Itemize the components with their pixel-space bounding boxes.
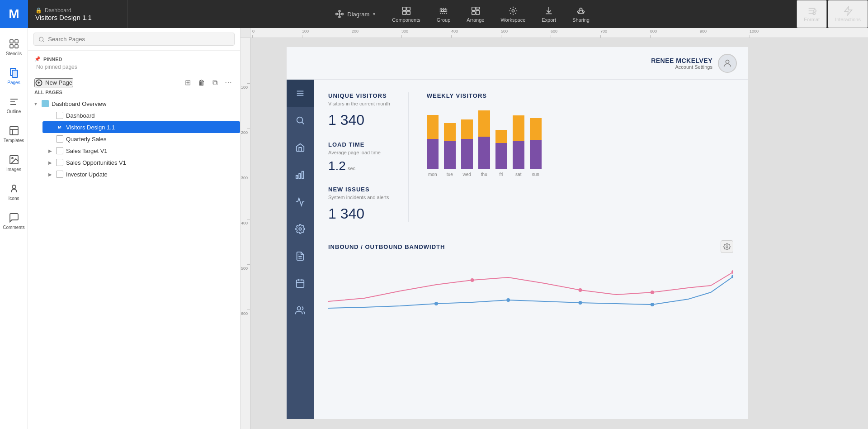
icons-label: Icons [9, 196, 19, 201]
dash-nav-file[interactable] [287, 243, 314, 270]
metrics-list: UNIQUE VISITORS Visitors in the current … [328, 92, 390, 222]
group-tool[interactable]: Group [429, 0, 459, 28]
new-page-label: New Page [45, 79, 72, 86]
svg-point-45 [726, 60, 729, 63]
sidebar-item-pages[interactable]: Pages [0, 62, 28, 91]
bar-label-thu: thu [481, 172, 487, 177]
bar-label-wed: wed [463, 172, 471, 177]
page-m-icon: M [56, 124, 63, 131]
folder-label: Dashboard Overview [52, 100, 106, 107]
templates-label: Templates [4, 138, 24, 143]
dash-nav-home[interactable] [287, 134, 314, 161]
bar-yellow-wed [461, 119, 473, 139]
more-options-button[interactable]: ⋯ [223, 77, 234, 88]
tree-item-dashboard-overview[interactable]: ▼ Dashboard Overview [28, 98, 240, 110]
sidebar-item-comments[interactable]: Comments [0, 206, 28, 235]
diagram-label: Diagram [347, 11, 369, 18]
svg-point-20 [583, 11, 585, 13]
outline-label: Outline [7, 109, 21, 114]
dashboard-main-content: UNIQUE VISITORS Visitors in the current … [314, 80, 748, 419]
tree-item-quarterly-sales[interactable]: Quarterly Sales [42, 133, 240, 145]
svg-point-64 [579, 288, 582, 292]
delete-page-button[interactable]: 🗑 [196, 77, 207, 88]
tree-item-investor-update[interactable]: ▶ Investor Update [42, 168, 240, 180]
ruler-v-mark-200: 200 [241, 130, 248, 135]
group-label: Group [437, 17, 451, 23]
bar-group-wed: wed [461, 119, 473, 177]
tree-item-visitors-design[interactable]: M Visitors Design 1.1 [42, 121, 240, 133]
dash-nav-gear[interactable] [287, 215, 314, 243]
ruler-h-mark-400: 400 [451, 29, 458, 33]
pages-icon [9, 67, 19, 78]
dash-nav-search[interactable] [287, 107, 314, 134]
svg-line-50 [302, 122, 304, 124]
dash-nav-users[interactable] [287, 297, 314, 324]
no-pinned-text: No pinned pages [34, 62, 234, 70]
metric-load-time: LOAD TIME Average page load time 1.2 sec [328, 141, 390, 173]
nav-chart-icon [295, 197, 305, 207]
pages-label: Pages [7, 80, 20, 85]
bar-group-mon: mon [427, 115, 439, 177]
sharing-icon [576, 6, 586, 16]
dash-nav-calendar[interactable] [287, 270, 314, 297]
sidebar-item-templates[interactable]: Templates [0, 119, 28, 148]
metrics-row: UNIQUE VISITORS Visitors in the current … [328, 92, 733, 222]
sidebar-item-stencils[interactable]: Stencils [0, 33, 28, 62]
diagram-tool[interactable]: Diagram ▼ [326, 0, 384, 28]
tree-item-sales-target[interactable]: ▶ Sales Target V1 [42, 145, 240, 157]
bar-purple-fri [495, 143, 507, 169]
dash-nav-analytics[interactable] [287, 161, 314, 188]
tree-item-dashboard[interactable]: Dashboard [42, 110, 240, 121]
bandwidth-settings-button[interactable] [721, 240, 733, 253]
svg-rect-16 [472, 11, 475, 14]
bar-stack-fri [495, 130, 507, 169]
templates-icon [9, 125, 19, 136]
interactions-tool[interactable]: Interactions [828, 0, 868, 28]
copy-page-button[interactable]: ⧉ [211, 77, 219, 88]
canvas[interactable]: RENEE MCKELVEY Account Settings [250, 38, 868, 429]
workspace-icon [508, 6, 518, 16]
workspace-tool[interactable]: Workspace [492, 0, 533, 28]
metric-lt-value: 1.2 [328, 159, 346, 173]
svg-rect-14 [476, 7, 479, 9]
dash-nav-menu[interactable] [287, 80, 314, 107]
arrange-tool[interactable]: Arrange [458, 0, 492, 28]
pinned-label: 📌 PINNED [34, 56, 234, 62]
svg-point-0 [336, 13, 338, 15]
svg-line-22 [582, 10, 583, 11]
new-page-button[interactable]: New Page [34, 78, 73, 87]
page-label-investor: Investor Update [66, 171, 108, 178]
svg-rect-11 [441, 10, 443, 12]
add-page-icon-button[interactable]: ⊞ [183, 77, 193, 88]
sidebar-item-images[interactable]: Images [0, 148, 28, 177]
components-tool[interactable]: Components [384, 0, 428, 28]
ruler-h-mark-500: 500 [501, 29, 508, 33]
search-bar [28, 28, 240, 51]
bar-purple-tue [444, 141, 456, 169]
svg-rect-25 [10, 40, 13, 43]
nav-users-icon [295, 305, 305, 315]
search-input-wrap[interactable] [33, 33, 235, 46]
bar-stack-wed [461, 119, 473, 169]
search-input[interactable] [48, 36, 230, 43]
dash-account-settings[interactable]: Account Settings [651, 64, 712, 70]
interactions-label: Interactions [835, 17, 861, 22]
svg-rect-30 [12, 70, 18, 77]
dash-nav-chart[interactable] [287, 188, 314, 215]
ruler-vertical: 100200300400500600 [241, 38, 250, 429]
ruler-h-tick-200 [352, 35, 352, 38]
sidebar-icons: Stencils Pages Outline Templates Im [0, 28, 28, 429]
svg-point-5 [339, 16, 340, 18]
metric-lt-label: LOAD TIME [328, 141, 390, 148]
format-tool[interactable]: Format [797, 0, 827, 28]
sidebar-item-icons[interactable]: Icons [0, 177, 28, 206]
app-icon[interactable]: M [0, 0, 28, 28]
top-bar: M 🔒 Dashboard Visitors Design 1.1 Diagra… [0, 0, 868, 28]
export-tool[interactable]: Export [533, 0, 564, 28]
tree-item-sales-opportunities[interactable]: ▶ Sales Opportunities V1 [42, 157, 240, 168]
dash-avatar[interactable] [718, 54, 737, 73]
ruler-h-tick-700 [600, 35, 601, 38]
sidebar-item-outline[interactable]: Outline [0, 91, 28, 119]
metric-unique-visitors: UNIQUE VISITORS Visitors in the current … [328, 92, 390, 129]
sharing-tool[interactable]: Sharing [564, 0, 598, 28]
